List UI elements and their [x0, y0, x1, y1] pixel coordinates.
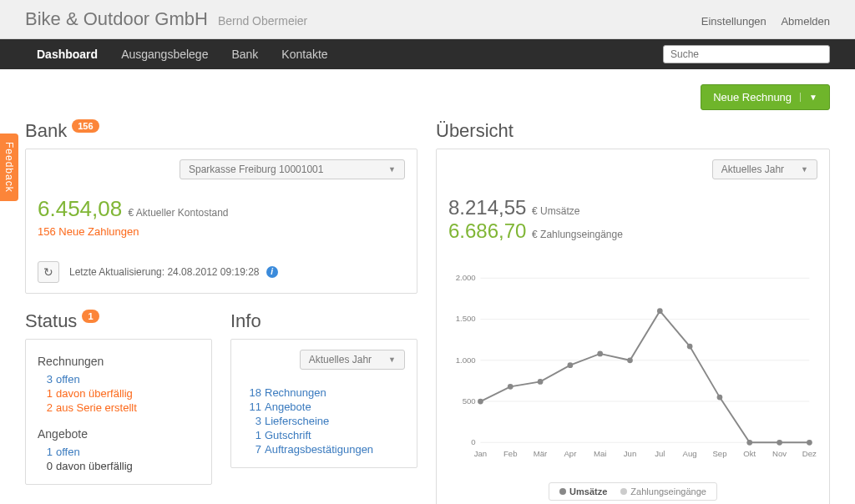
svg-text:0: 0	[471, 437, 475, 446]
nav-bank[interactable]: Bank	[220, 39, 270, 69]
info-list: 18Rechnungen11Angebote3Lieferscheine1Gut…	[243, 386, 405, 456]
new-invoice-button[interactable]: Neue Rechnung ▼	[701, 84, 830, 110]
status-title-text: Status	[25, 310, 77, 332]
chevron-down-icon[interactable]: ▼	[800, 93, 817, 102]
info-item[interactable]: 3Lieferscheine	[243, 415, 405, 427]
svg-text:Sep: Sep	[712, 449, 726, 458]
bank-account-selected: Sparkasse Freiburg 10001001	[189, 164, 323, 175]
svg-point-31	[746, 440, 752, 446]
svg-text:2.000: 2.000	[456, 273, 476, 282]
svg-text:Mär: Mär	[534, 449, 548, 458]
search-box	[663, 45, 830, 63]
status-offers-overdue[interactable]: 0davon überfällig	[38, 460, 200, 472]
info-section: Info Aktuelles Jahr ▼ 18Rechnungen11Ange…	[230, 310, 417, 485]
bank-balance-suffix: € Aktueller Kontostand	[128, 207, 228, 219]
svg-point-28	[657, 308, 663, 314]
nav-dashboard[interactable]: Dashboard	[25, 39, 109, 69]
action-bar: Neue Rechnung ▼	[25, 84, 830, 110]
refresh-button[interactable]: ↻	[38, 261, 59, 283]
info-item[interactable]: 1Gutschrift	[243, 429, 405, 441]
legend-dot-icon	[559, 488, 566, 495]
nav-contacts[interactable]: Kontakte	[270, 39, 339, 69]
legend-revenue[interactable]: Umsätze	[559, 486, 607, 496]
legend-dot-icon	[620, 488, 627, 495]
svg-text:Nov: Nov	[772, 449, 787, 458]
nav-outgoing[interactable]: Ausgangsbelege	[109, 39, 220, 69]
overview-panel: Aktuelles Jahr ▼ 8.214,55 € Umsätze 6.68…	[436, 149, 830, 504]
user-name: Bernd Obermeier	[218, 14, 307, 28]
svg-text:Okt: Okt	[743, 449, 756, 458]
last-update-value: 24.08.2012 09:19:28	[167, 266, 259, 278]
svg-point-25	[568, 362, 574, 368]
info-period-selected: Aktuelles Jahr	[309, 354, 372, 365]
bank-balance: 6.454,08 € Aktueller Kontostand	[38, 196, 405, 222]
svg-text:500: 500	[463, 396, 476, 406]
svg-point-26	[597, 351, 603, 357]
status-badge: 1	[82, 310, 99, 323]
svg-text:1.500: 1.500	[456, 314, 476, 323]
info-item[interactable]: 7Auftragsbestätigungen	[243, 443, 405, 456]
overview-payments: 6.686,70 € Zahlungseingänge	[448, 219, 817, 243]
legend-payments[interactable]: Zahlungseingänge	[620, 486, 706, 496]
refresh-icon: ↻	[43, 265, 53, 279]
top-links: Einstellungen Abmelden	[690, 15, 830, 28]
svg-point-27	[627, 357, 633, 363]
svg-point-22	[478, 399, 483, 405]
overview-revenue: 8.214,55 € Umsätze	[448, 196, 817, 219]
bank-panel: Sparkasse Freiburg 10001001 ▼ 6.454,08 €…	[25, 149, 417, 294]
bank-new-payments[interactable]: 156 Neue Zahlungen	[38, 225, 405, 238]
status-invoices-overdue[interactable]: 1davon überfällig	[38, 387, 200, 400]
info-period-dropdown[interactable]: Aktuelles Jahr ▼	[300, 350, 405, 370]
settings-link[interactable]: Einstellungen	[701, 15, 766, 28]
info-item[interactable]: 18Rechnungen	[243, 386, 405, 399]
info-item[interactable]: 11Angebote	[243, 401, 405, 413]
info-title: Info	[230, 310, 417, 332]
feedback-tab[interactable]: Feedback	[0, 134, 18, 201]
status-offers-open[interactable]: 1offen	[38, 446, 200, 458]
new-invoice-label: Neue Rechnung	[713, 91, 792, 103]
overview-period-dropdown[interactable]: Aktuelles Jahr ▼	[712, 159, 817, 179]
chart-svg: 05001.0001.5002.000JanFebMärAprMaiJunJul…	[448, 258, 817, 475]
svg-text:Jun: Jun	[624, 449, 636, 458]
chevron-down-icon: ▼	[388, 355, 396, 364]
svg-text:Mai: Mai	[594, 449, 606, 458]
svg-point-32	[777, 440, 782, 446]
overview-revenue-amount: 8.214,55	[448, 196, 526, 219]
svg-point-24	[538, 379, 544, 385]
chevron-down-icon: ▼	[388, 165, 396, 174]
bank-balance-amount: 6.454,08	[38, 196, 122, 221]
svg-text:Apr: Apr	[564, 449, 577, 458]
svg-text:Jul: Jul	[655, 449, 665, 458]
overview-period-selected: Aktuelles Jahr	[721, 164, 784, 175]
search-input[interactable]	[663, 45, 830, 63]
bank-title: Bank 156	[25, 120, 417, 142]
chart-legend: Umsätze Zahlungseingänge	[448, 482, 817, 501]
status-invoices-open[interactable]: 3offen	[38, 373, 200, 386]
overview-title: Übersicht	[436, 120, 830, 142]
bank-account-dropdown[interactable]: Sparkasse Freiburg 10001001 ▼	[180, 159, 405, 179]
company-name: Bike & Outdoor GmbH	[25, 8, 208, 30]
overview-chart: 05001.0001.5002.000JanFebMärAprMaiJunJul…	[448, 258, 817, 501]
bank-last-update: ↻ Letzte Aktualisierung: 24.08.2012 09:1…	[38, 261, 405, 283]
bank-section: Bank 156 Sparkasse Freiburg 10001001 ▼ 6…	[25, 120, 417, 294]
svg-text:Jan: Jan	[474, 449, 487, 458]
status-section: Status 1 Rechnungen 3offen 1davon überfä…	[25, 310, 212, 485]
chevron-down-icon: ▼	[801, 165, 808, 174]
svg-text:Aug: Aug	[683, 449, 697, 458]
overview-revenue-suffix: € Umsätze	[532, 205, 579, 217]
info-icon[interactable]: i	[266, 266, 278, 278]
status-invoices-heading: Rechnungen	[38, 355, 200, 368]
svg-text:Feb: Feb	[503, 449, 518, 458]
svg-point-23	[508, 384, 514, 390]
bank-title-text: Bank	[25, 120, 67, 142]
bank-badge: 156	[72, 119, 99, 133]
svg-text:1.000: 1.000	[456, 355, 476, 365]
svg-point-29	[687, 344, 693, 350]
info-panel: Aktuelles Jahr ▼ 18Rechnungen11Angebote3…	[230, 339, 417, 468]
main-nav: Dashboard Ausgangsbelege Bank Kontakte	[0, 39, 855, 69]
overview-payments-suffix: € Zahlungseingänge	[532, 229, 623, 240]
status-invoices-series[interactable]: 2aus Serie erstellt	[38, 401, 200, 414]
status-panel: Rechnungen 3offen 1davon überfällig 2aus…	[25, 339, 212, 485]
overview-payments-amount: 6.686,70	[448, 219, 526, 242]
logout-link[interactable]: Abmelden	[781, 15, 830, 28]
